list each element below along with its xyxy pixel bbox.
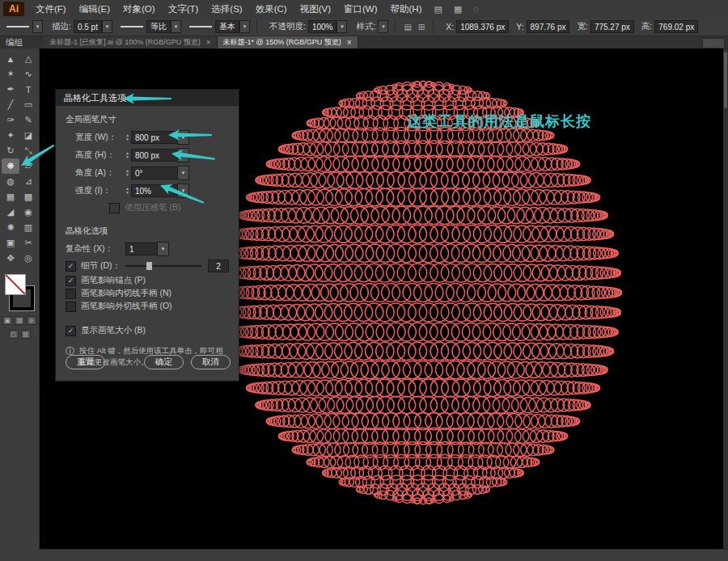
scrollbar-thumb[interactable] <box>724 52 727 108</box>
cancel-button[interactable]: 取消 <box>191 355 231 369</box>
lasso-tool-icon[interactable]: ∿ <box>19 66 37 82</box>
color-mode-icon[interactable]: ▣ <box>2 316 12 325</box>
line-segment-tool-icon[interactable]: ╱ <box>2 97 19 112</box>
menu-object[interactable]: 对象(O) <box>116 0 162 18</box>
menu-select[interactable]: 选择(S) <box>205 0 248 18</box>
width-input[interactable]: 775.27 px <box>590 20 634 33</box>
selection-tool-icon[interactable]: ▲ <box>2 51 19 66</box>
menu-help[interactable]: 帮助(H) <box>384 0 429 18</box>
symbol-sprayer-tool-icon[interactable]: ✺ <box>2 220 19 235</box>
pen-tool-icon[interactable]: ✒ <box>2 82 19 97</box>
anchor-points-checkbox[interactable]: ✓ <box>66 276 76 286</box>
stepper-icon[interactable]: ▲▼ <box>125 151 129 159</box>
artboard-tool-icon[interactable]: ▣ <box>2 235 19 251</box>
separator <box>256 20 257 33</box>
shape-builder-tool-icon[interactable]: ◍ <box>2 174 19 189</box>
hand-tool-icon[interactable]: ✥ <box>2 251 19 266</box>
search-icon[interactable]: ◌ <box>468 4 485 14</box>
intensity-field-row: 强度 (I)： ▲▼ 10% ▼ <box>56 182 239 200</box>
mesh-tool-icon[interactable]: ▦ <box>2 189 19 205</box>
stroke-preview-dropdown-icon[interactable]: ▼ <box>32 20 43 33</box>
menu-effect[interactable]: 效果(C) <box>249 0 294 18</box>
brush-definition-dropdown-icon[interactable]: ▼ <box>239 20 250 33</box>
opacity-input[interactable]: 100% <box>308 20 337 33</box>
tab-label: 未标题-1 [已恢复].ai @ 100% (RGB/GPU 预览) <box>49 37 201 48</box>
y-input[interactable]: 897.76 px <box>527 20 570 33</box>
opacity-dropdown-icon[interactable]: ▼ <box>336 20 347 33</box>
document-tab-1[interactable]: 未标题-1 [已恢复].ai @ 100% (RGB/GPU 预览) × <box>44 36 218 49</box>
eraser-tool-icon[interactable]: ◪ <box>19 128 37 143</box>
shaper-tool-icon[interactable]: ✦ <box>2 128 19 143</box>
menu-type[interactable]: 文字(T) <box>162 0 205 18</box>
scale-tool-icon[interactable]: ⤡ <box>19 143 37 158</box>
eyedropper-tool-icon[interactable]: ◢ <box>2 205 19 220</box>
rectangle-tool-icon[interactable]: ▭ <box>19 97 37 112</box>
out-tangent-checkbox[interactable] <box>66 302 76 312</box>
vertical-scrollbar[interactable] <box>723 49 728 550</box>
style-dropdown-icon[interactable]: ▼ <box>378 20 388 33</box>
gradient-tool-icon[interactable]: ▩ <box>19 189 37 205</box>
menu-file[interactable]: 文件(F) <box>29 0 73 18</box>
fill-swatch[interactable] <box>5 274 26 295</box>
slider-thumb-icon[interactable] <box>146 262 152 270</box>
chevron-down-icon[interactable]: ▼ <box>177 166 189 180</box>
dialog-title[interactable]: 晶格化工具选项 <box>56 90 239 106</box>
crystallize-tool-icon[interactable]: ❋ <box>2 158 19 174</box>
height-field-input[interactable]: 800 px <box>131 149 178 162</box>
document-setup-icon[interactable]: ⊞ <box>415 23 428 32</box>
chevron-down-icon[interactable]: ▼ <box>177 130 189 145</box>
rotate-tool-icon[interactable]: ↻ <box>2 143 19 158</box>
chevron-down-icon[interactable]: ▼ <box>177 148 189 162</box>
height-input[interactable]: 769.02 px <box>654 20 698 33</box>
stepper-icon[interactable]: ▲▼ <box>125 187 129 195</box>
paintbrush-tool-icon[interactable]: ✑ <box>2 112 19 128</box>
detail-slider[interactable] <box>125 265 201 267</box>
free-transform-tool-icon[interactable]: ▱ <box>19 158 37 174</box>
type-tool-icon[interactable]: T <box>19 82 37 97</box>
width-profile-select[interactable]: 等比 <box>146 20 171 33</box>
workspace-switcher-icon[interactable]: ▦ <box>448 4 468 15</box>
reset-button[interactable]: 重置 <box>66 355 105 369</box>
complexity-select[interactable]: 1 <box>125 243 158 255</box>
blend-tool-icon[interactable]: ◉ <box>19 205 37 220</box>
pencil-tool-icon[interactable]: ✎ <box>19 112 37 128</box>
document-tab-2[interactable]: 未标题-1* @ 150% (RGB/GPU 预览) × <box>218 36 358 49</box>
pressure-pen-checkbox[interactable] <box>109 203 120 213</box>
chevron-down-icon[interactable]: ▼ <box>177 183 189 198</box>
gradient-mode-icon[interactable]: ▨ <box>15 316 24 325</box>
stepper-icon[interactable]: ▲▼ <box>125 133 129 141</box>
align-icon[interactable]: ▤ <box>400 23 414 32</box>
in-tangent-checkbox[interactable] <box>66 289 76 299</box>
x-input[interactable]: 1089.376 px <box>456 20 509 33</box>
close-icon[interactable]: × <box>206 39 211 47</box>
menu-edit[interactable]: 编辑(E) <box>73 0 116 18</box>
screen-mode-icon[interactable]: ▥ <box>21 330 31 339</box>
arrange-documents-icon[interactable]: ▤ <box>428 4 447 15</box>
magic-wand-tool-icon[interactable]: ✶ <box>2 66 19 82</box>
perspective-grid-tool-icon[interactable]: ⊿ <box>19 174 37 189</box>
detail-checkbox[interactable]: ✓ <box>66 261 76 272</box>
stroke-weight-dropdown-icon[interactable]: ▼ <box>102 20 112 33</box>
panel-dock-header[interactable] <box>702 38 725 49</box>
menu-window[interactable]: 窗口(W) <box>337 0 384 18</box>
angle-field-input[interactable]: 0° <box>131 167 178 179</box>
width-field-input[interactable]: 800 px <box>131 131 178 144</box>
brush-definition-select[interactable]: 基本 <box>215 20 239 33</box>
slice-tool-icon[interactable]: ✂ <box>19 235 37 251</box>
chevron-down-icon[interactable]: ▼ <box>157 242 169 256</box>
show-brush-size-checkbox[interactable]: ✓ <box>66 326 76 336</box>
none-mode-icon[interactable]: ⊘ <box>27 316 36 325</box>
draw-mode-icon[interactable]: ▢ <box>9 330 19 339</box>
stepper-icon[interactable]: ▲▼ <box>125 169 129 177</box>
stroke-weight-input[interactable]: 0.5 pt <box>74 20 102 33</box>
width-profile-dropdown-icon[interactable]: ▼ <box>171 20 181 33</box>
column-graph-tool-icon[interactable]: ▥ <box>19 220 37 235</box>
zoom-tool-icon[interactable]: ◎ <box>19 251 37 266</box>
detail-value-input[interactable]: 2 <box>208 259 229 272</box>
ok-button[interactable]: 确定 <box>144 355 184 369</box>
close-icon[interactable]: × <box>347 39 352 47</box>
direct-selection-tool-icon[interactable]: △ <box>19 51 37 66</box>
complexity-label: 复杂性 (X)： <box>66 243 125 255</box>
intensity-field-input[interactable]: 10% <box>131 184 178 197</box>
menu-view[interactable]: 视图(V) <box>294 0 337 18</box>
